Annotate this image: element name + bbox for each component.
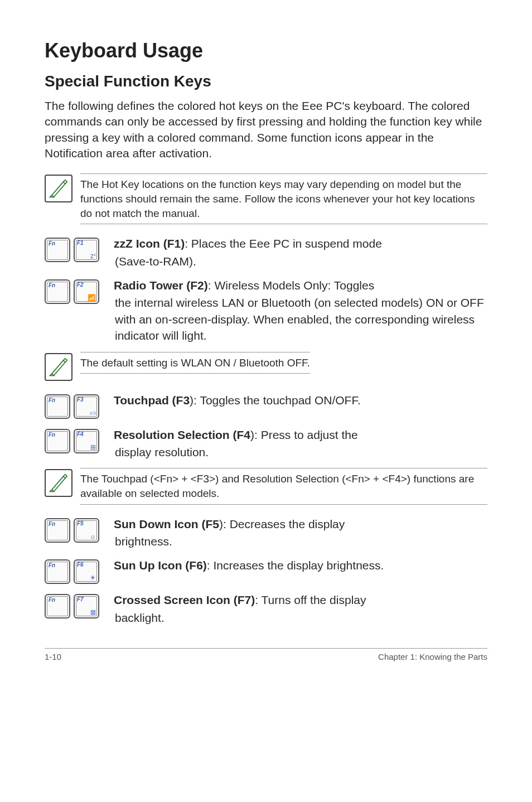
note-text: The Hot Key locations on the function ke… — [80, 173, 487, 224]
f5-sub: brightness. — [114, 533, 345, 549]
fn-key-icon: Fn — [45, 594, 70, 619]
f2-key-icon: F2📶 — [74, 279, 99, 304]
fn-key-icon: Fn — [45, 238, 70, 262]
note-icon — [45, 353, 72, 381]
chapter-label: Chapter 1: Knowing the Parts — [378, 652, 487, 661]
note-text: The default setting is WLAN ON / Bluetoo… — [80, 352, 310, 374]
fn-key-icon: Fn — [45, 518, 70, 543]
f3-key-icon: F3▭ — [74, 394, 99, 419]
fn-key-icon: Fn — [45, 394, 70, 419]
fn-key-icon: Fn — [45, 559, 70, 584]
fn-row-f1: Fn F1zᶻ zzZ Icon (F1): Places the Eee PC… — [45, 235, 487, 269]
f2-text: : Wireless Models Only: Toggles — [208, 279, 374, 292]
f6-key-icon: F6☀ — [74, 559, 99, 584]
page-title: Keyboard Usage — [45, 39, 487, 62]
note-text: The Touchpad (<Fn> + <F3>) and Resolutio… — [80, 468, 487, 504]
page-number: 1-10 — [45, 652, 61, 661]
f1-text: : Places the Eee PC in suspend mode — [185, 237, 382, 250]
f4-sub: display resolution. — [114, 444, 358, 460]
f5-title: Sun Down Icon (F5 — [114, 518, 219, 530]
f6-text: : Increases the display brightness. — [207, 559, 384, 572]
f2-sub: the internal wireless LAN or Bluetooth (… — [114, 294, 487, 344]
f7-key-icon: F7⊠ — [74, 594, 99, 619]
f6-title: Sun Up Icon (F6) — [114, 559, 207, 572]
section-subtitle: Special Function Keys — [45, 73, 487, 90]
f2-title: Radio Tower (F2) — [114, 279, 208, 292]
page-footer: 1-10 Chapter 1: Knowing the Parts — [45, 648, 487, 661]
fn-row-f6: Fn F6☀ Sun Up Icon (F6): Increases the d… — [45, 557, 487, 584]
fn-key-icon: Fn — [45, 279, 70, 304]
f4-key-icon: F4⊞ — [74, 429, 99, 453]
intro-text: The following defines the colored hot ke… — [45, 98, 487, 161]
f5-text: ): Decreases the display — [219, 518, 345, 530]
note-touchpad-resolution: The Touchpad (<Fn> + <F3>) and Resolutio… — [45, 468, 487, 504]
note-default-setting: The default setting is WLAN ON / Bluetoo… — [45, 352, 487, 381]
note-icon — [45, 469, 72, 497]
f7-text: : Turns off the display — [255, 593, 366, 606]
note-hotkey-locations: The Hot Key locations on the function ke… — [45, 173, 487, 224]
f7-sub: backlight. — [114, 610, 366, 626]
f4-title: Resolution Selection (F4 — [114, 428, 250, 441]
f5-key-icon: F5☼ — [74, 518, 99, 543]
fn-row-f7: Fn F7⊠ Crossed Screen Icon (F7): Turns o… — [45, 592, 487, 626]
f1-title: zzZ Icon (F1) — [114, 237, 185, 250]
f1-sub: (Save-to-RAM). — [114, 253, 382, 269]
fn-row-f5: Fn F5☼ Sun Down Icon (F5): Decreases the… — [45, 516, 487, 550]
note-icon — [45, 175, 72, 202]
fn-row-f3: Fn F3▭ Touchpad (F3): Toggles the touchp… — [45, 392, 487, 419]
f4-text: ): Press to adjust the — [250, 428, 358, 441]
fn-key-icon: Fn — [45, 429, 70, 453]
f1-key-icon: F1zᶻ — [74, 238, 99, 262]
f7-title: Crossed Screen Icon (F7) — [114, 593, 255, 606]
f3-title: Touchpad (F3 — [114, 394, 190, 407]
fn-row-f2: Fn F2📶 Radio Tower (F2): Wireless Models… — [45, 277, 487, 344]
f3-text: ): Toggles the touchpad ON/OFF. — [190, 394, 361, 407]
fn-row-f4: Fn F4⊞ Resolution Selection (F4): Press … — [45, 427, 487, 461]
